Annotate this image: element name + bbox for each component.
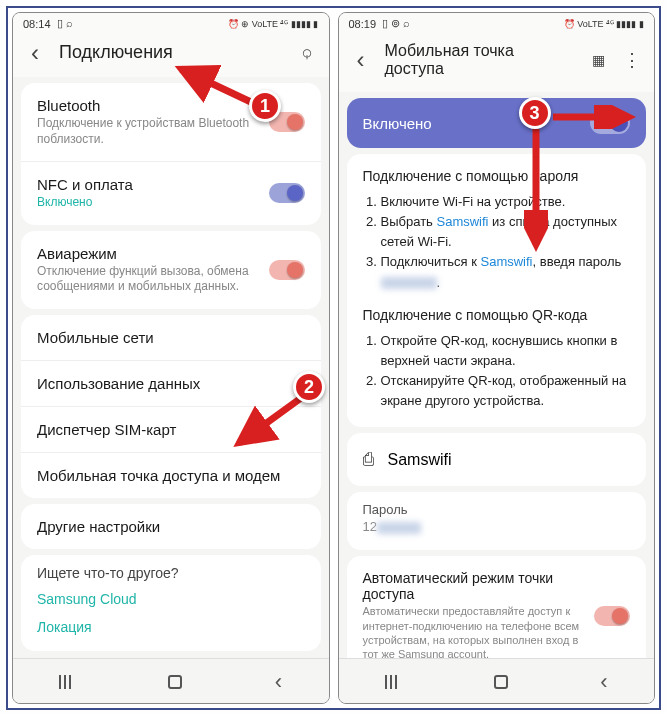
phone-connections: 08:14▯ ⌕ ⏰ ⊕ VoLTE ⁴ᴳ ▮▮▮▮ ▮ Подключения… bbox=[12, 12, 330, 704]
row-other-settings[interactable]: Другие настройки bbox=[21, 504, 321, 549]
list-item: Откройте QR-код, коснувшись кнопки в вер… bbox=[381, 331, 631, 371]
row-title: Bluetooth bbox=[37, 97, 259, 114]
qr-steps: Откройте QR-код, коснувшись кнопки в вер… bbox=[347, 327, 647, 422]
row-sim-manager[interactable]: Диспетчер SIM-карт bbox=[21, 407, 321, 453]
back-icon[interactable] bbox=[25, 43, 45, 63]
annotation-badge-3: 3 bbox=[519, 97, 551, 129]
toggle-hotspot[interactable] bbox=[590, 112, 630, 134]
annotation-badge-2: 2 bbox=[293, 371, 325, 403]
hotspot-icon: ⎙ bbox=[363, 449, 374, 470]
toggle-nfc[interactable] bbox=[269, 183, 305, 203]
row-auto-hotspot[interactable]: Автоматический режим точки доступа Автом… bbox=[347, 556, 647, 658]
row-airplane[interactable]: Авиарежим Отключение функций вызова, обм… bbox=[21, 231, 321, 309]
page-title: Мобильная точка доступа bbox=[385, 42, 575, 78]
search-icon[interactable] bbox=[297, 43, 317, 63]
blurred-password bbox=[381, 277, 437, 289]
header: Подключения bbox=[13, 32, 329, 77]
nav-home-icon[interactable] bbox=[168, 675, 182, 689]
navigation-bar bbox=[13, 658, 329, 703]
status-bar: 08:19▯ ⊚ ⌕ ⏰ VoLTE ⁴ᴳ ▮▮▮▮ ▮ bbox=[339, 13, 655, 32]
nav-home-icon[interactable] bbox=[494, 675, 508, 689]
list-item: Выбрать Samswifi из списка доступных сет… bbox=[381, 212, 631, 252]
row-data-usage[interactable]: Использование данных bbox=[21, 361, 321, 407]
more-icon[interactable] bbox=[622, 50, 642, 70]
nav-recent-icon[interactable] bbox=[385, 675, 401, 689]
nav-back-icon[interactable] bbox=[600, 669, 607, 695]
header: Мобильная точка доступа ▦ bbox=[339, 32, 655, 92]
network-link[interactable]: Samswifi bbox=[480, 254, 532, 269]
row-hotspot-tethering[interactable]: Мобильная точка доступа и модем bbox=[21, 453, 321, 498]
row-nfc[interactable]: NFC и оплата Включено bbox=[21, 162, 321, 225]
row-enabled[interactable]: Включено bbox=[347, 98, 647, 148]
status-icons: ⏰ VoLTE ⁴ᴳ ▮▮▮▮ ▮ bbox=[564, 19, 644, 29]
toggle-auto-hotspot[interactable] bbox=[594, 606, 630, 626]
nav-back-icon[interactable] bbox=[275, 669, 282, 695]
annotation-badge-1: 1 bbox=[249, 90, 281, 122]
row-password[interactable]: Пароль 12 bbox=[347, 492, 647, 550]
row-sub: Автоматически предоставляйте доступ к ин… bbox=[363, 604, 585, 658]
qr-icon[interactable]: ▦ bbox=[588, 50, 608, 70]
password-label: Пароль bbox=[363, 502, 631, 517]
row-network-name[interactable]: ⎙ Samswifi bbox=[347, 433, 647, 486]
network-link[interactable]: Samswifi bbox=[436, 214, 488, 229]
section-qr-connect: Подключение с помощью QR-кода bbox=[347, 303, 647, 327]
link-samsung-cloud[interactable]: Samsung Cloud bbox=[21, 585, 321, 613]
clock: 08:14 bbox=[23, 18, 51, 30]
section-password-connect: Подключение с помощью пароля bbox=[347, 164, 647, 188]
row-mobile-networks[interactable]: Мобильные сети bbox=[21, 315, 321, 361]
nav-recent-icon[interactable] bbox=[59, 675, 75, 689]
page-title: Подключения bbox=[59, 42, 283, 63]
network-name: Samswifi bbox=[388, 451, 452, 469]
row-title: NFC и оплата bbox=[37, 176, 259, 193]
password-steps: Включите Wi-Fi на устройстве. Выбрать Sa… bbox=[347, 188, 647, 303]
row-sub: Включено bbox=[37, 195, 259, 211]
status-icons: ⏰ ⊕ VoLTE ⁴ᴳ ▮▮▮▮ ▮ bbox=[228, 19, 319, 29]
search-prompt: Ищете что-то другое? bbox=[21, 555, 321, 585]
list-item: Отсканируйте QR-код, отображенный на экр… bbox=[381, 371, 631, 411]
list-item: Подключиться к Samswifi, введя пароль . bbox=[381, 252, 631, 292]
list-item: Включите Wi-Fi на устройстве. bbox=[381, 192, 631, 212]
status-bar: 08:14▯ ⌕ ⏰ ⊕ VoLTE ⁴ᴳ ▮▮▮▮ ▮ bbox=[13, 13, 329, 32]
row-title: Авиарежим bbox=[37, 245, 259, 262]
clock: 08:19 bbox=[349, 18, 377, 30]
back-icon[interactable] bbox=[351, 50, 371, 70]
link-location[interactable]: Локация bbox=[21, 613, 321, 641]
toggle-airplane[interactable] bbox=[269, 260, 305, 280]
phone-hotspot: 08:19▯ ⊚ ⌕ ⏰ VoLTE ⁴ᴳ ▮▮▮▮ ▮ Мобильная т… bbox=[338, 12, 656, 704]
blurred-password bbox=[377, 522, 421, 534]
row-sub: Отключение функций вызова, обмена сообще… bbox=[37, 264, 259, 295]
row-sub: Подключение к устройствам Bluetooth побл… bbox=[37, 116, 259, 147]
enabled-label: Включено bbox=[363, 115, 432, 132]
row-title: Автоматический режим точки доступа bbox=[363, 570, 585, 602]
navigation-bar bbox=[339, 658, 655, 703]
